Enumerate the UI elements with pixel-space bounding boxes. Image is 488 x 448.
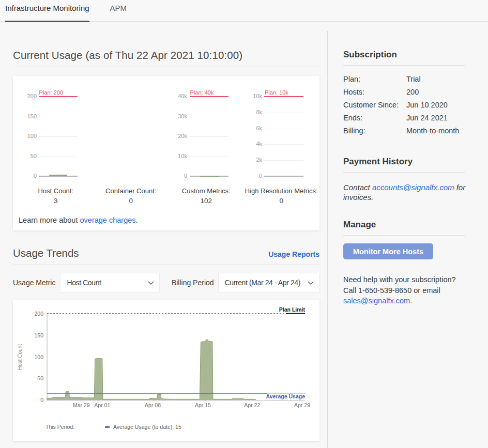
billing-period-label: Billing Period [172,279,214,287]
help-line2: Call 1-650-539-8650 or email [343,286,440,295]
usage-reports-link[interactable]: Usage Reports [268,250,319,258]
trend-legend: This Period: Average Usage (to date): 15 [45,424,181,430]
usage-trends-header: Usage Trends Usage Reports [13,247,319,259]
usage-trends-divider [13,265,319,265]
average-usage-label: Average Usage [266,393,306,399]
average-usage-line-swatch [105,426,110,428]
tab-bar: Infrastructure Monitoring APM [0,0,488,22]
row-value: Jun 24 2021 [406,112,448,125]
y-tick-label: 200 [34,311,43,317]
mini-high-resolution-metrics-chart: Plan: 10k10k8k6k4k2k0 [13,76,319,230]
usage-metric-select[interactable]: Host Count [60,273,159,292]
row-label: Billing: [343,125,406,137]
x-tick-label: Apr 22 [244,402,260,408]
subscription-row-plan: Plan: Trial [343,73,465,86]
y-tick-label: 10k [241,93,262,99]
gridline [264,129,303,129]
x-tick-label: Apr 08 [145,402,161,408]
manage-divider [343,235,465,236]
y-tick-label: 0 [241,173,262,179]
y-tick-label: 4k [241,141,262,147]
content-area: Current Usage (as of Thu 22 Apr 2021 10:… [0,31,488,448]
help-line1: Need help with your subscription? [343,275,456,284]
billing-period-value: Current (Mar 24 - Apr 24) [225,279,300,287]
billing-period-select[interactable]: Current (Mar 24 - Apr 24) [218,273,319,292]
tab-infrastructure-monitoring[interactable]: Infrastructure Monitoring [5,0,89,21]
chevron-down-icon [148,281,154,285]
payment-history-divider [343,172,465,173]
row-value: 200 [406,86,419,99]
main-column: Current Usage (as of Thu 22 Apr 2021 10:… [0,31,327,448]
x-tick-label: Apr 15 [195,402,211,408]
subscription-row-ends: Ends: Jun 24 2021 [343,112,465,125]
tab-apm[interactable]: APM [110,0,127,21]
payment-history-note: Contact accounts@signalfx.com for invoic… [343,182,466,202]
baseline [264,176,303,177]
subscription-row-hosts: Hosts: 200 [343,86,465,99]
gridline [264,144,303,145]
y-tick-label: 150 [34,332,43,338]
chevron-down-icon [308,281,314,285]
subscription-row-customer-since: Customer Since: Jun 10 2020 [343,99,465,112]
legend-average-usage-label: Average Usage (to date): 15 [113,424,181,430]
row-label: Plan: [343,73,406,86]
y-tick-label: 50 [37,375,43,381]
usage-metric-value: Host Count [67,279,101,287]
x-tick-label: Apr 29 [294,402,310,408]
payment-history-title: Payment History [343,157,465,167]
subscription-divider [343,65,465,66]
contact-prefix: Contact [343,183,372,192]
usage-trends-chart: Plan LimitAverage Usage200150100500Mar 2… [13,300,319,441]
plan-limit-label: Plan: 10k [265,89,288,96]
subscription-sidebar: Subscription Plan: Trial Hosts: 200 Cust… [327,31,488,448]
sales-email-link[interactable]: sales@signalfx.com [343,297,410,305]
row-label: Customer Since: [343,99,406,112]
plan-limit-line [264,96,303,97]
x-tick-label: Mar 29 [73,402,90,408]
help-suffix: . [410,297,412,305]
usage-trends-chart-card: Plan LimitAverage Usage200150100500Mar 2… [13,300,319,441]
subscription-row-billing: Billing: Month-to-month [343,125,465,137]
y-axis-title: Host Count [17,344,23,370]
current-usage-card: Host Count: 3 Container Count: 0 Custom … [13,76,319,230]
subscription-table: Plan: Trial Hosts: 200 Customer Since: J… [343,73,465,137]
y-tick-label: 6k [241,125,262,131]
trend-controls: Usage Metric Host Count Billing Period C… [13,273,319,292]
row-value: Month-to-month [406,125,459,137]
row-value: Jun 10 2020 [406,99,448,112]
y-tick-label: 0 [40,397,43,403]
row-label: Ends: [343,112,406,125]
accounts-email-link[interactable]: accounts@signalfx.com [372,183,454,192]
plan-limit-label: Plan Limit [279,306,306,313]
current-usage-title: Current Usage (as of Thu 22 Apr 2021 10:… [13,49,319,61]
usage-trends-title: Usage Trends [13,247,79,259]
x-tick-label: Apr 01 [94,402,110,408]
current-usage-divider [13,67,319,67]
legend-average-usage: Average Usage (to date): 15 [105,424,181,430]
y-tick-label: 2k [241,157,262,163]
y-tick-label: 8k [241,109,262,115]
subscription-title: Subscription [343,50,465,60]
gridline [264,113,303,113]
manage-title: Manage [343,220,465,230]
gridline [264,160,303,161]
host-count-area-series [47,340,255,400]
row-label: Hosts: [343,86,406,99]
legend-period-label: This Period: [45,424,74,430]
monitor-more-hosts-button[interactable]: Monitor More Hosts [343,243,433,259]
y-tick-label: 100 [34,354,43,360]
help-note: Need help with your subscription?Call 1-… [343,274,465,306]
row-value: Trial [406,73,421,86]
usage-metric-label: Usage Metric [13,279,55,287]
